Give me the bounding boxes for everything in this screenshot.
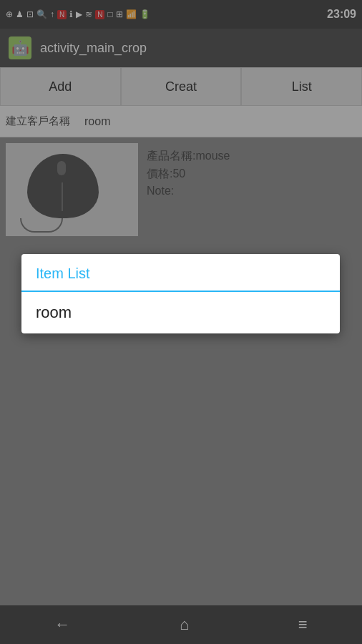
dialog-item-room[interactable]: room xyxy=(21,292,340,333)
dialog-title: Item List xyxy=(21,254,340,292)
dialog: Item List room xyxy=(21,254,340,333)
